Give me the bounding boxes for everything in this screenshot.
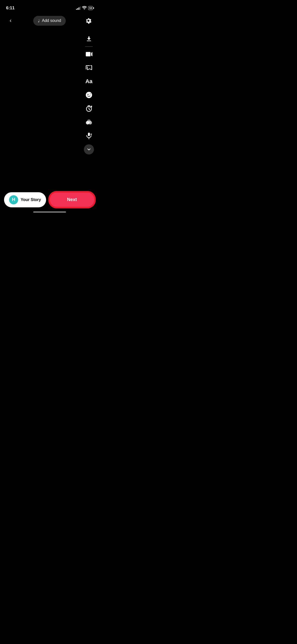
divider [85, 46, 93, 47]
more-button[interactable] [84, 144, 94, 154]
signal-bars-icon [76, 6, 81, 10]
avatar: H [9, 195, 18, 204]
timer-button[interactable] [83, 103, 95, 115]
battery-level: 59 [89, 7, 92, 10]
svg-rect-9 [88, 133, 90, 136]
video-button[interactable] [83, 48, 95, 60]
your-story-button[interactable]: H Your Story [4, 192, 46, 207]
chevron-down-icon [86, 147, 91, 152]
bottom-bar: H Your Story Next [0, 189, 99, 215]
battery-icon: 59 [88, 6, 93, 10]
svg-point-2 [86, 92, 92, 98]
back-chevron-icon: ‹ [10, 17, 11, 24]
add-sound-label: Add sound [42, 18, 61, 23]
next-button[interactable]: Next [49, 192, 95, 208]
download-icon [85, 35, 92, 42]
filter-icon [85, 118, 93, 126]
filter-button[interactable] [83, 116, 95, 128]
cards-button[interactable] [83, 62, 95, 74]
video-icon [85, 50, 93, 58]
next-label: Next [67, 197, 77, 202]
status-time: 6:11 [6, 6, 15, 11]
gear-icon [85, 17, 92, 24]
svg-point-8 [87, 119, 91, 123]
text-icon: Aa [85, 78, 92, 85]
home-indicator [33, 211, 66, 213]
status-bar: 6:11 59 [0, 0, 99, 13]
svg-marker-1 [91, 52, 92, 56]
voice-button[interactable] [83, 130, 95, 142]
svg-point-3 [87, 94, 88, 95]
add-sound-button[interactable]: ♩ Add sound [33, 16, 66, 26]
your-story-label: Your Story [21, 198, 41, 202]
top-nav: ‹ ♩ Add sound [0, 13, 99, 29]
status-icons: 59 [76, 6, 93, 10]
download-button[interactable] [83, 33, 95, 45]
cards-icon [85, 64, 93, 72]
back-button[interactable]: ‹ [5, 15, 16, 26]
effects-button[interactable] [83, 89, 95, 101]
svg-point-5 [91, 106, 92, 107]
text-button[interactable]: Aa [83, 75, 95, 87]
wifi-icon [82, 6, 87, 10]
music-note-icon: ♩ [38, 18, 40, 23]
right-toolbar: Aa [83, 33, 95, 154]
voice-icon [85, 132, 93, 140]
effects-icon [85, 91, 93, 99]
timer-icon [85, 105, 93, 112]
settings-button[interactable] [83, 15, 94, 26]
svg-rect-0 [86, 52, 91, 56]
